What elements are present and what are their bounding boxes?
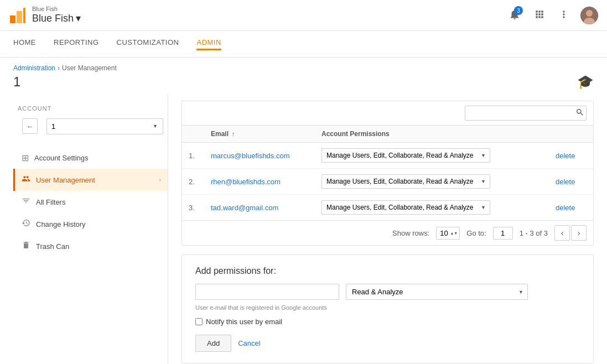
- notification-badge: 3: [514, 6, 523, 15]
- header-left: Blue Fish Blue Fish ▾: [9, 6, 81, 24]
- row-delete: delete: [549, 143, 593, 169]
- sidebar-item-user-management[interactable]: User Management ›: [13, 169, 168, 191]
- row-email: marcus@bluefishds.com: [204, 143, 315, 169]
- sidebar-item-label: Trash Can: [36, 242, 69, 251]
- header: Blue Fish Blue Fish ▾ 3: [0, 0, 607, 31]
- breadcrumb-parent[interactable]: Administration: [13, 64, 55, 72]
- row-num: 3.: [182, 195, 204, 221]
- page-range: 1 - 3 of 3: [520, 229, 548, 237]
- delete-button[interactable]: delete: [556, 152, 575, 160]
- col-num: [182, 126, 204, 143]
- svg-rect-1: [17, 11, 22, 23]
- next-page-button[interactable]: ›: [571, 225, 587, 241]
- goto-input[interactable]: [493, 227, 513, 240]
- row-delete: delete: [549, 169, 593, 195]
- email-helper-text: User e-mail that is registered in Google…: [195, 304, 580, 311]
- add-permissions-panel: Add permissions for: Read & Analyze Coll…: [181, 254, 594, 363]
- main-layout: ACCOUNT ← 1 ⊞ Account Settings User Mana…: [0, 94, 607, 364]
- search-button[interactable]: [575, 108, 584, 118]
- perm-select-wrap: Manage Users, Edit, Collaborate, Read & …: [321, 174, 490, 189]
- cancel-button[interactable]: Cancel: [238, 339, 260, 347]
- form-btn-row: Add Cancel: [195, 335, 580, 352]
- email-link[interactable]: rhen@bluefishds.com: [211, 178, 281, 186]
- sidebar-item-label: User Management: [36, 176, 95, 184]
- account-label: ACCOUNT: [13, 101, 168, 114]
- back-button[interactable]: ←: [22, 118, 38, 134]
- sidebar-item-all-filters[interactable]: All Filters: [13, 191, 168, 213]
- row-email: tad.ward@gmail.com: [204, 195, 315, 221]
- add-email-input[interactable]: [195, 284, 339, 300]
- permission-dropdown[interactable]: Read & Analyze Collaborate Edit Manage U…: [346, 284, 528, 300]
- change-history-icon: [22, 219, 30, 230]
- user-table-panel: Email ↑ Account Permissions 1. marcus@bl…: [181, 101, 594, 246]
- user-table: Email ↑ Account Permissions 1. marcus@bl…: [182, 126, 593, 220]
- notifications-button[interactable]: 3: [506, 6, 523, 24]
- perm-select[interactable]: Manage Users, Edit, Collaborate, Read & …: [321, 200, 490, 215]
- rows-select-wrap: 10 25 50: [436, 227, 460, 240]
- goto-label: Go to:: [466, 229, 486, 237]
- perm-dropdown-wrap: Read & Analyze Collaborate Edit Manage U…: [346, 284, 528, 300]
- row-num: 2.: [182, 169, 204, 195]
- page-title-row: 1 🎓: [0, 72, 607, 94]
- avatar[interactable]: [580, 7, 598, 24]
- breadcrumb-current: User Management: [62, 64, 117, 72]
- account-select[interactable]: 1: [46, 118, 163, 134]
- delete-button[interactable]: delete: [556, 178, 575, 186]
- app-title[interactable]: Blue Fish ▾: [32, 12, 81, 24]
- svg-rect-0: [10, 15, 15, 23]
- row-permission: Manage Users, Edit, Collaborate, Read & …: [315, 143, 549, 169]
- perm-select-wrap: Manage Users, Edit, Collaborate, Read & …: [321, 148, 490, 163]
- trash-icon: [22, 241, 30, 252]
- table-row: 2. rhen@bluefishds.com Manage Users, Edi…: [182, 169, 593, 195]
- rows-select[interactable]: 10 25 50: [436, 227, 460, 240]
- search-wrap: [465, 106, 587, 121]
- nav-reporting[interactable]: REPORTING: [54, 38, 99, 50]
- more-icon: [558, 9, 569, 20]
- delete-button[interactable]: delete: [556, 204, 575, 212]
- svg-point-4: [586, 10, 593, 17]
- table-toolbar: [182, 101, 593, 126]
- col-actions: [549, 126, 593, 143]
- sidebar-nav: ⊞ Account Settings User Management › All…: [13, 147, 168, 257]
- notify-label[interactable]: Notify this user by email: [206, 318, 282, 326]
- nav-customization[interactable]: CUSTOMIZATION: [117, 38, 179, 50]
- apps-button[interactable]: [532, 7, 547, 24]
- perm-select[interactable]: Manage Users, Edit, Collaborate, Read & …: [321, 174, 490, 189]
- col-email[interactable]: Email ↑: [204, 126, 315, 143]
- page-title: 1: [13, 74, 20, 90]
- app-small-title: Blue Fish: [32, 6, 81, 12]
- row-delete: delete: [549, 195, 593, 221]
- add-permissions-title: Add permissions for:: [195, 266, 580, 276]
- email-link[interactable]: tad.ward@gmail.com: [211, 204, 278, 212]
- breadcrumb-area: Administration › User Management: [0, 58, 607, 72]
- sidebar-item-label: All Filters: [36, 198, 65, 206]
- row-num: 1.: [182, 143, 204, 169]
- perm-select[interactable]: Manage Users, Edit, Collaborate, Read & …: [321, 148, 490, 163]
- notify-checkbox[interactable]: [195, 318, 203, 325]
- add-submit-button[interactable]: Add: [195, 335, 231, 352]
- breadcrumb: Administration › User Management: [13, 64, 594, 72]
- sidebar-arrow-icon: ›: [159, 176, 161, 183]
- more-button[interactable]: [556, 7, 572, 24]
- row-permission: Manage Users, Edit, Collaborate, Read & …: [315, 169, 549, 195]
- prev-page-button[interactable]: ‹: [554, 225, 570, 241]
- sidebar-item-label: Account Settings: [34, 154, 89, 162]
- sidebar-item-account-settings[interactable]: ⊞ Account Settings: [13, 147, 168, 169]
- sidebar-item-trash-can[interactable]: Trash Can: [13, 235, 168, 257]
- nav-home[interactable]: HOME: [13, 38, 36, 50]
- sidebar: ACCOUNT ← 1 ⊞ Account Settings User Mana…: [13, 94, 168, 364]
- nav-admin[interactable]: ADMIN: [196, 38, 221, 50]
- sort-icon: ↑: [232, 131, 235, 137]
- email-link[interactable]: marcus@bluefishds.com: [211, 152, 290, 160]
- table-row: 3. tad.ward@gmail.com Manage Users, Edit…: [182, 195, 593, 221]
- search-icon: [575, 108, 584, 117]
- show-rows-label: Show rows:: [392, 229, 429, 237]
- search-input[interactable]: [465, 106, 587, 121]
- sidebar-item-change-history[interactable]: Change History: [13, 213, 168, 235]
- account-settings-icon: ⊞: [22, 153, 29, 163]
- header-right: 3: [506, 6, 598, 24]
- add-form-row: Read & Analyze Collaborate Edit Manage U…: [195, 284, 580, 300]
- table-row: 1. marcus@bluefishds.com Manage Users, E…: [182, 143, 593, 169]
- app-dropdown-icon: ▾: [76, 12, 81, 24]
- logo-icon: [9, 7, 27, 24]
